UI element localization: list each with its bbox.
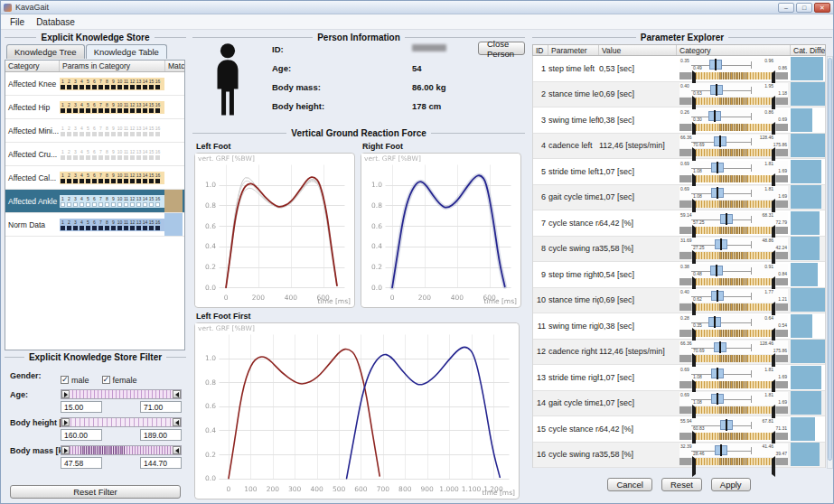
reset-button[interactable]: Reset bbox=[661, 478, 702, 491]
col-match[interactable]: Match bbox=[165, 61, 184, 71]
close-icon[interactable]: ✕ bbox=[814, 3, 830, 13]
col-cat-differ[interactable]: Cat. Differ.. bbox=[791, 45, 825, 55]
slider-thumb-right[interactable] bbox=[173, 446, 181, 454]
param-number: 14 bbox=[143, 219, 148, 225]
range-thumb-right[interactable] bbox=[772, 459, 775, 475]
param-square bbox=[143, 85, 147, 89]
range-slider-0[interactable] bbox=[61, 389, 182, 399]
stat-label: 66.36 bbox=[680, 135, 692, 140]
range-thumb-left[interactable] bbox=[692, 459, 696, 475]
vertical-scrollbar[interactable] bbox=[827, 56, 833, 469]
parameter-row-11[interactable]: 11swing time right0,38 [sec]0.280.350.64… bbox=[533, 313, 825, 340]
knowledge-row-affected-cru-[interactable]: Affected Cru...12345678910111213141516 bbox=[5, 143, 184, 166]
maximize-icon[interactable]: □ bbox=[796, 3, 812, 13]
parameter-row-10[interactable]: 10stance time right0,69 [sec]0.400.621.7… bbox=[533, 288, 825, 314]
slider-thumb-right[interactable] bbox=[173, 418, 181, 426]
col-value[interactable]: Value bbox=[599, 45, 677, 55]
range-track bbox=[679, 381, 788, 388]
parameter-row-4[interactable]: 4cadence left112,46 [steps/min]66.3670.6… bbox=[533, 134, 825, 160]
range-track bbox=[679, 124, 788, 131]
parameter-row-8[interactable]: 8cycle swing rati..35,58 [%]31.6927.2548… bbox=[533, 237, 825, 263]
checkbox-female[interactable] bbox=[102, 376, 110, 384]
parameter-row-6[interactable]: 6gait cycle time left1,07 [sec]0.691.081… bbox=[533, 185, 825, 211]
param-number: 13 bbox=[136, 196, 142, 201]
menu-file[interactable]: File bbox=[5, 16, 29, 28]
match-cell bbox=[164, 190, 183, 212]
knowledge-row-affected-mini-[interactable]: Affected Mini...12345678910111213141516 bbox=[5, 119, 184, 143]
boxplot-strip: 0.691.081.811.69 bbox=[679, 161, 788, 174]
col-cat-viz[interactable]: Category bbox=[677, 45, 791, 55]
knowledge-row-norm-data[interactable]: Norm Data12345678910111213141516 bbox=[5, 213, 184, 237]
min-value-field[interactable]: 15.00 bbox=[61, 401, 102, 413]
param-cell: 6 bbox=[91, 219, 98, 230]
cancel-button[interactable]: Cancel bbox=[607, 478, 652, 491]
range-slider-2[interactable] bbox=[61, 445, 182, 455]
apply-button[interactable]: Apply bbox=[711, 478, 751, 491]
checkbox-male[interactable] bbox=[61, 376, 69, 384]
category-label: Affected Hip bbox=[5, 103, 60, 112]
parameter-row-15[interactable]: 15cycle stance rati..64,42 [%]55.9460.83… bbox=[533, 416, 825, 443]
param-category-viz: 66.3670.69128.46175.86 bbox=[677, 135, 791, 156]
knowledge-row-affected-cal-[interactable]: Affected Cal...12345678910111213141516 bbox=[5, 166, 184, 190]
max-value-field[interactable]: 189.00 bbox=[140, 429, 182, 441]
param-value: 64,42 [%] bbox=[599, 425, 677, 434]
tab-knowledge-table[interactable]: Knowledge Table bbox=[86, 44, 167, 59]
parameter-row-9[interactable]: 9step time right0,54 [sec]0.380.480.910.… bbox=[533, 262, 825, 288]
col-id[interactable]: ID bbox=[533, 45, 548, 55]
knowledge-row-affected-knee[interactable]: Affected Knee12345678910111213141516 bbox=[5, 72, 184, 96]
parameter-row-3[interactable]: 3swing time left0,38 [sec]0.260.300.860.… bbox=[533, 107, 825, 134]
parameter-row-5[interactable]: 5stride time left1,07 [sec]0.691.081.811… bbox=[533, 159, 825, 185]
param-number: 2 bbox=[68, 79, 70, 84]
category-distribution: 0.400.631.951.18 bbox=[679, 83, 788, 105]
slider-thumb-left[interactable] bbox=[61, 418, 70, 426]
filter-title: Explicit Knowledge Store Filter bbox=[5, 351, 186, 363]
reset-filter-button[interactable]: Reset Filter bbox=[10, 485, 181, 499]
max-value-field[interactable]: 144.70 bbox=[140, 457, 182, 469]
knowledge-row-affected-hip[interactable]: Affected Hip12345678910111213141516 bbox=[5, 96, 184, 119]
param-cell: 14 bbox=[142, 79, 148, 89]
tab-knowledge-tree[interactable]: Knowledge Tree bbox=[6, 44, 85, 59]
param-cell: 4 bbox=[79, 173, 85, 183]
median-line bbox=[716, 84, 717, 96]
range-slider-1[interactable] bbox=[61, 417, 182, 427]
parameter-row-13[interactable]: 13stride time right1,07 [sec]0.691.081.8… bbox=[533, 365, 825, 391]
slider-thumb-left[interactable] bbox=[61, 446, 70, 454]
col-parameter[interactable]: Parameter bbox=[548, 45, 599, 55]
param-name: swing time left bbox=[548, 116, 599, 125]
min-value-field[interactable]: 160.00 bbox=[61, 429, 102, 441]
parameter-row-2[interactable]: 2stance time left0,69 [sec]0.400.631.951… bbox=[533, 82, 825, 108]
param-cell: 4 bbox=[79, 196, 85, 207]
col-params[interactable]: Params in Category bbox=[60, 61, 165, 71]
parameter-row-14[interactable]: 14gait cycle time ri..1,07 [sec]0.691.08… bbox=[533, 391, 825, 417]
boxplot-strip: 66.3670.69128.46175.86 bbox=[679, 135, 788, 148]
param-cell: 12 bbox=[129, 102, 136, 113]
minimize-icon[interactable]: – bbox=[778, 3, 794, 13]
menu-database[interactable]: Database bbox=[32, 16, 80, 28]
param-number: 10 bbox=[117, 173, 123, 178]
param-square bbox=[73, 155, 78, 160]
param-cell: 5 bbox=[85, 219, 91, 230]
param-square bbox=[61, 132, 65, 136]
cat-differ-cell bbox=[791, 416, 825, 442]
slider-thumb-right[interactable] bbox=[173, 390, 181, 398]
track-cap-left bbox=[679, 355, 691, 362]
scrollbar-thumb[interactable] bbox=[828, 58, 832, 461]
param-cell: 9 bbox=[110, 173, 117, 183]
knowledge-row-affected-ankle[interactable]: Affected Ankle12345678910111213141516 bbox=[5, 190, 184, 213]
param-cell: 8 bbox=[104, 149, 110, 160]
parameter-row-1[interactable]: 1step time left0,53 [sec]0.350.490.960.8… bbox=[533, 56, 825, 82]
slider-thumb-left[interactable] bbox=[61, 390, 70, 398]
max-value-field[interactable]: 71.00 bbox=[140, 401, 182, 413]
cat-differ-bar bbox=[791, 391, 821, 415]
param-number: 9 bbox=[112, 149, 115, 154]
track-cap-right bbox=[776, 252, 788, 259]
param-cell: 2 bbox=[66, 102, 72, 113]
col-category[interactable]: Category bbox=[5, 61, 60, 71]
person-field-value bbox=[412, 44, 446, 51]
parameter-row-12[interactable]: 12cadence right112,46 [steps/min]66.3670… bbox=[533, 340, 825, 366]
min-value-field[interactable]: 47.58 bbox=[61, 457, 102, 469]
close-person-button[interactable]: Close Person bbox=[478, 42, 525, 55]
parameter-row-16[interactable]: 16cycle swing rati..35,58 [%]32.3928.464… bbox=[533, 443, 825, 469]
parameter-row-7[interactable]: 7cycle stance rati..64,42 [%]59.1457.256… bbox=[533, 210, 825, 237]
param-cell: 12 bbox=[129, 126, 136, 136]
